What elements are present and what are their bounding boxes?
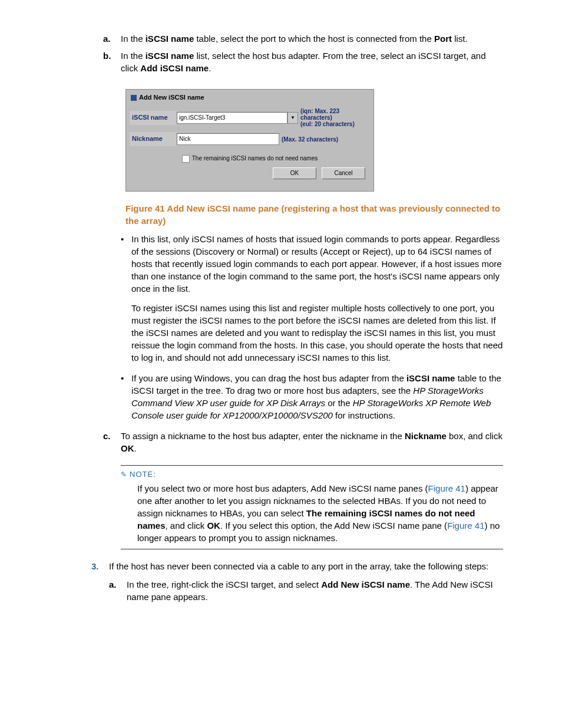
nickname-label: Nickname (130, 132, 177, 146)
iscsi-name-hint: (iqn: Max. 223 characters)(eul: 20 chara… (298, 108, 370, 127)
note-icon: ✎ (121, 470, 127, 480)
bullet-2-body: If you are using Windows, you can drag t… (131, 372, 503, 421)
marker-3: 3. (91, 560, 109, 608)
iscsi-name-input[interactable]: ign.iSCSI-Target3 (177, 112, 287, 124)
button-row: OK Cancel (126, 165, 373, 191)
step-3a: a. In the tree, right-click the iSCSI ta… (109, 578, 503, 603)
step-3a-body: In the tree, right-click the iSCSI targe… (127, 578, 503, 603)
bullet-1-p2: To register iSCSI names using this list … (131, 302, 503, 364)
bullet-icon: • (121, 233, 131, 364)
step-a-body: In the iSCSI name table, select the port… (121, 32, 503, 45)
figure-link[interactable]: Figure 41 (447, 521, 484, 531)
dialog-title: Add New iSCSI name (126, 90, 373, 106)
step-c-body: To assign a nickname to the host bus ada… (121, 430, 503, 454)
bullet-icon: • (121, 372, 131, 421)
remaining-checkbox[interactable] (182, 155, 190, 163)
dialog-screenshot: Add New iSCSI name iSCSI name ign.iSCSI-… (125, 89, 374, 192)
nickname-hint: (Max. 32 characters) (279, 136, 338, 143)
hr-top (121, 465, 503, 466)
checkbox-row: The remaining iSCSI names do not need na… (126, 149, 373, 165)
nickname-input[interactable]: Nick (177, 133, 279, 145)
note-label: ✎NOTE: (121, 469, 503, 480)
bullet-1-p1: In this list, only iSCSI names of hosts … (131, 233, 503, 295)
bullet-2: • If you are using Windows, you can drag… (121, 372, 503, 421)
title-box-icon (131, 95, 137, 101)
cancel-button[interactable]: Cancel (322, 167, 365, 179)
note-block: ✎NOTE: If you select two or more host bu… (121, 465, 503, 549)
marker-a: a. (103, 32, 121, 45)
iscsi-name-dropdown[interactable]: ▼ (287, 112, 298, 124)
step-3: 3. If the host has never been connected … (91, 560, 503, 608)
checkbox-label: The remaining iSCSI names do not need na… (192, 155, 318, 162)
step-b: b. In the iSCSI name list, select the ho… (103, 50, 503, 74)
marker-c: c. (103, 430, 121, 454)
step-c: c. To assign a nickname to the host bus … (103, 430, 503, 454)
hr-bottom (121, 549, 503, 549)
figure-link[interactable]: Figure 41 (428, 483, 465, 493)
iscsi-name-label: iSCSI name (130, 111, 177, 124)
figure-caption: Figure 41 Add New iSCSI name pane (regis… (125, 202, 503, 227)
bullet-1: • In this list, only iSCSI names of host… (121, 233, 503, 364)
note-body: If you select two or more host bus adapt… (137, 482, 503, 544)
step-3-text: If the host has never been connected via… (109, 560, 503, 572)
iscsi-name-row: iSCSI name ign.iSCSI-Target3 ▼ (iqn: Max… (126, 106, 373, 130)
marker-3a: a. (109, 578, 127, 603)
ok-button[interactable]: OK (273, 167, 316, 179)
step-b-body: In the iSCSI name list, select the host … (121, 50, 503, 74)
step-a: a. In the iSCSI name table, select the p… (103, 32, 503, 45)
nickname-row: Nickname Nick (Max. 32 characters) (126, 130, 373, 148)
marker-b: b. (103, 50, 121, 74)
